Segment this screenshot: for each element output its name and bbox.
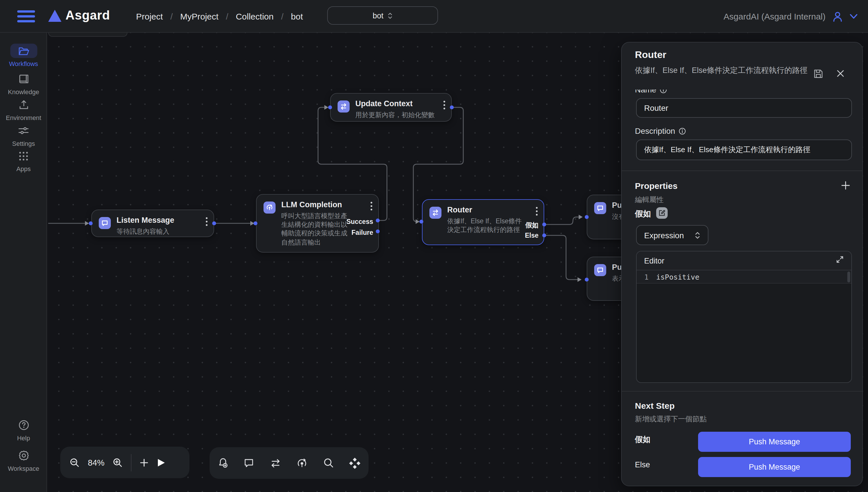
sidebar-item-settings[interactable]: Settings [0, 123, 47, 147]
code-text: isPositive [656, 272, 699, 281]
zoom-toolbar: 84% [60, 447, 190, 478]
kebab-menu-icon[interactable] [536, 207, 538, 218]
node-palette-toolbar [209, 447, 369, 479]
output-port-else[interactable]: Else [525, 232, 539, 239]
search-icon[interactable] [323, 458, 334, 468]
expand-icon[interactable] [836, 255, 844, 266]
info-icon [660, 90, 667, 93]
next-step-subtitle: 新增或選擇下一個節點 [635, 415, 707, 424]
swap-arrows-icon [429, 207, 442, 219]
swap-arrows-icon[interactable] [270, 457, 281, 469]
node-router[interactable]: Router 依據If、Else If、Else條件 決定工作流程執行的路徑 假… [422, 199, 544, 245]
node-update-context[interactable]: Update Context 用於更新內容，初始化變數 [330, 93, 452, 122]
diamonds-icon[interactable] [349, 457, 361, 469]
grid-icon [19, 151, 28, 161]
close-icon[interactable] [837, 70, 844, 80]
edit-property-icon[interactable] [656, 207, 668, 219]
expression-editor[interactable]: Editor 1 isPositive [636, 251, 852, 383]
node-desc: 用於更新內容，初始化變數 [355, 111, 435, 119]
logo-text: Asgard [66, 8, 110, 23]
chat-bubble-icon [99, 217, 111, 229]
panel-title: Router [635, 49, 667, 61]
property-key-label: 假如 [635, 209, 651, 219]
editor-title: Editor [644, 256, 665, 265]
breadcrumb: Project / MyProject / Collection / bot [136, 0, 303, 33]
add-property-button[interactable] [840, 180, 851, 193]
chevron-down-icon[interactable] [850, 14, 858, 19]
canvas-top-tab [48, 33, 127, 37]
description-label: Description [635, 126, 686, 136]
sidebar-item-apps[interactable]: Apps [0, 149, 47, 172]
sidebar-item-workflows[interactable]: Workflows [0, 44, 47, 67]
properties-subtitle: 編輯屬性 [635, 195, 664, 205]
llm-bulb-icon[interactable] [296, 457, 308, 469]
sidebar-item-environment[interactable]: Environment [0, 98, 47, 121]
breadcrumb-bot[interactable]: bot [291, 11, 303, 21]
node-llm-completion[interactable]: LLM Completion 呼叫大型語言模型並產 生結構化的資料輸出以 輔助流… [256, 194, 379, 253]
branch-else-next-node-button[interactable]: Push Message [698, 457, 851, 477]
chat-bubble-icon[interactable] [244, 458, 255, 468]
toolbar-divider [131, 454, 131, 471]
output-port-failure[interactable]: Failure [352, 229, 373, 236]
name-input[interactable]: Router [636, 98, 852, 118]
panel-divider [622, 391, 863, 392]
asgard-logo-icon [48, 10, 61, 24]
node-title: Listen Message [117, 216, 174, 225]
panel-divider [622, 171, 863, 171]
node-config-panel: Router 依據If、Else If、Else條件決定工作流程執行的路徑 Na… [621, 42, 863, 486]
breadcrumb-collection[interactable]: Collection [235, 11, 274, 21]
chat-bubble-icon [594, 264, 606, 276]
branch-if-label: 假如 [635, 435, 650, 445]
breadcrumb-project[interactable]: Project [136, 11, 163, 21]
kebab-menu-icon[interactable] [205, 217, 208, 228]
info-icon [678, 127, 686, 134]
upload-icon [19, 100, 28, 109]
book-icon [19, 74, 28, 84]
node-desc: 呼叫大型語言模型並產 生結構化的資料輸出以 輔助流程的決策或生成 自然語言輸出 [281, 212, 347, 247]
node-desc: 等待訊息內容輸入 [117, 227, 174, 236]
save-icon[interactable] [814, 69, 823, 81]
code-line-1[interactable]: 1 isPositive [637, 270, 851, 284]
node-title: LLM Completion [281, 200, 347, 210]
output-port-success[interactable]: Success [346, 218, 373, 225]
panel-description: 依據If、Else If、Else條件決定工作流程執行的路徑 [635, 64, 808, 76]
next-step-title: Next Step [635, 401, 674, 411]
kebab-menu-icon[interactable] [443, 100, 445, 112]
add-node-button[interactable] [140, 458, 149, 467]
branch-else-label: Else [635, 461, 650, 469]
llm-bulb-icon [264, 201, 276, 214]
gear-icon [18, 450, 29, 461]
zoom-level: 84% [88, 458, 104, 467]
sidebar-item-workspace[interactable]: Workspace [0, 448, 47, 472]
top-navbar: Asgard Project / MyProject / Collection … [0, 0, 868, 33]
chat-bubble-icon [594, 202, 606, 214]
sidebar-item-knowledge[interactable]: Knowledge [0, 72, 47, 95]
node-listen-message[interactable]: Listen Message 等待訊息內容輸入 [91, 210, 214, 237]
kebab-menu-icon[interactable] [370, 201, 373, 213]
zoom-out-button[interactable] [70, 457, 80, 468]
node-desc: 依據If、Else If、Else條件 決定工作流程執行的路徑 [447, 217, 522, 235]
properties-title: Properties [635, 181, 677, 191]
user-icon[interactable] [832, 10, 843, 22]
run-workflow-button[interactable] [157, 458, 165, 467]
sidebar-item-help[interactable]: Help [0, 418, 47, 441]
sliders-icon [18, 126, 29, 135]
output-port-if[interactable]: 假如 [525, 221, 539, 230]
node-title: Update Context [355, 99, 435, 108]
editor-scrollbar[interactable] [847, 272, 850, 282]
zoom-in-button[interactable] [113, 457, 123, 468]
account-area[interactable]: AsgardAI (Asgard Internal) [724, 0, 858, 33]
folder-icon [18, 46, 29, 55]
node-title: Router [447, 205, 522, 215]
hamburger-menu-icon[interactable] [17, 10, 35, 25]
workflow-selector[interactable]: bot [327, 6, 438, 25]
breadcrumb-myproject[interactable]: MyProject [180, 11, 218, 21]
branch-if-next-node-button[interactable]: Push Message [698, 432, 851, 452]
property-type-select[interactable]: Expression [636, 225, 709, 245]
description-input[interactable]: 依據If、Else If、Else條件決定工作流程執行的路徑 [636, 140, 852, 160]
select-chevrons-icon [388, 12, 393, 19]
bell-add-icon[interactable] [218, 458, 228, 468]
question-icon [18, 420, 29, 430]
select-chevrons-icon [695, 231, 700, 239]
line-number: 1 [637, 272, 656, 281]
